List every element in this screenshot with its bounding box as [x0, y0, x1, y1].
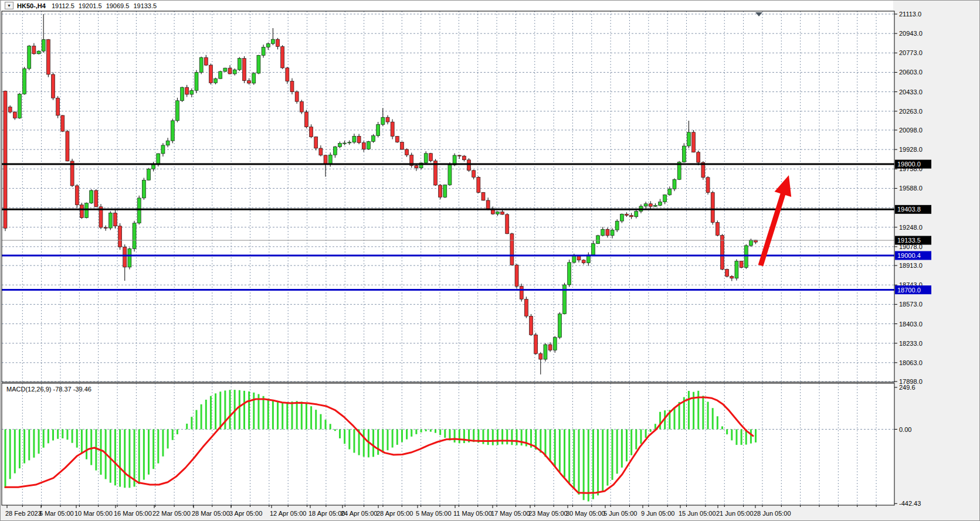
- macd-histogram-bar: [62, 430, 63, 438]
- candle-body: [357, 136, 361, 142]
- macd-histogram-bar: [286, 403, 288, 430]
- date-tick-label: 5 Jun 05:00: [603, 510, 637, 517]
- resistance-19403-label: 19403.8: [897, 206, 921, 213]
- candle-body: [591, 244, 595, 255]
- macd-histogram-bar: [253, 393, 255, 430]
- candle-body: [266, 43, 270, 47]
- candle-body: [682, 146, 686, 162]
- candle-body: [42, 39, 45, 51]
- candle-body: [8, 107, 12, 113]
- candle-body: [467, 160, 471, 171]
- collapse-chart-button[interactable]: ▼: [5, 2, 13, 9]
- macd-histogram-bar: [152, 430, 154, 469]
- macd-histogram-bar: [134, 430, 135, 487]
- candle-body: [152, 165, 155, 169]
- candle-body: [219, 71, 222, 79]
- macd-histogram-bar: [731, 430, 733, 441]
- macd-histogram-bar: [564, 430, 565, 478]
- macd-histogram-bar: [674, 407, 676, 429]
- candle-body: [429, 154, 432, 161]
- macd-histogram-bar: [415, 430, 417, 434]
- date-tick-label: 15 Jun 05:00: [679, 510, 716, 517]
- macd-histogram-bar: [81, 430, 83, 454]
- candle-body: [113, 213, 117, 226]
- collapse-icon: ▼: [7, 4, 11, 8]
- macd-histogram-bar: [750, 430, 752, 444]
- macd-histogram-bar: [267, 399, 269, 429]
- candle-body: [181, 87, 184, 101]
- macd-histogram-bar: [578, 430, 580, 495]
- candle-body: [687, 132, 690, 146]
- macd-histogram-bar: [196, 410, 198, 430]
- candle-body: [223, 68, 227, 71]
- macd-histogram-bar: [425, 430, 427, 431]
- candle-body: [462, 156, 466, 160]
- candle-body: [324, 155, 327, 164]
- macd-histogram-bar: [114, 430, 116, 486]
- candle-body: [343, 143, 347, 144]
- price-tick-label: 18063.0: [899, 359, 923, 366]
- candle-body: [209, 65, 212, 83]
- macd-histogram-bar: [310, 406, 312, 429]
- macd-histogram-bar: [148, 430, 150, 475]
- candle-body: [539, 353, 542, 359]
- candle-body: [238, 59, 241, 70]
- candle-body: [338, 143, 342, 147]
- candle-body: [735, 261, 738, 278]
- macd-histogram-bar: [325, 420, 327, 429]
- macd-histogram-bar: [487, 430, 489, 445]
- macd-histogram-bar: [162, 430, 164, 457]
- macd-tick-label: 0.00: [899, 426, 911, 433]
- trading-chart-canvas[interactable]: 21113.020943.020773.020603.020433.020263…: [1, 1, 980, 521]
- candle-body: [286, 68, 289, 81]
- macd-histogram-bar: [573, 430, 575, 489]
- candle-body: [108, 213, 112, 228]
- macd-histogram-bar: [387, 430, 389, 451]
- support-18700-label: 18700.0: [897, 287, 921, 294]
- macd-histogram-bar: [516, 430, 518, 445]
- macd-histogram-bar: [353, 430, 355, 453]
- macd-histogram-bar: [712, 408, 714, 429]
- macd-histogram-bar: [435, 430, 436, 433]
- candle-body: [300, 101, 303, 112]
- macd-histogram-bar: [540, 430, 541, 453]
- candle-body: [142, 180, 145, 198]
- candle-body: [32, 46, 36, 54]
- candle-body: [328, 155, 332, 164]
- candle-body: [348, 142, 351, 143]
- candle-body: [175, 101, 179, 121]
- macd-histogram-bar: [550, 430, 551, 462]
- candle-body: [653, 205, 657, 206]
- candle-body: [663, 195, 667, 202]
- macd-histogram-bar: [659, 412, 661, 430]
- price-tick-label: 19928.0: [899, 146, 923, 153]
- candle-body: [4, 91, 7, 228]
- price-tick-label: 20433.0: [899, 88, 923, 96]
- candle-body: [252, 73, 256, 83]
- macd-panel-bg: [2, 383, 894, 505]
- macd-histogram-bar: [521, 430, 523, 446]
- macd-histogram-bar: [497, 430, 499, 445]
- candle-body: [501, 212, 504, 214]
- macd-histogram-bar: [110, 430, 111, 483]
- macd-histogram-bar: [377, 430, 379, 455]
- candle-body: [668, 189, 672, 195]
- macd-histogram-bar: [334, 430, 336, 431]
- candle-body: [439, 185, 442, 197]
- macd-histogram-bar: [492, 430, 494, 445]
- macd-histogram-bar: [38, 430, 40, 454]
- candle-body: [534, 335, 538, 353]
- macd-histogram-bar: [263, 396, 265, 430]
- macd-histogram-bar: [421, 430, 422, 433]
- candle-body: [706, 178, 710, 193]
- macd-histogram-bar: [90, 430, 92, 465]
- macd-histogram-bar: [28, 430, 30, 461]
- macd-histogram-bar: [48, 430, 49, 444]
- ohlc-readout: 19112.519201.519069.519133.5: [52, 2, 161, 9]
- candle-body: [118, 226, 122, 247]
- candle-body: [171, 121, 174, 141]
- macd-histogram-bar: [23, 430, 25, 464]
- macd-histogram-bar: [33, 430, 35, 458]
- macd-histogram-bar: [511, 430, 513, 445]
- price-tick-label: 18913.0: [899, 262, 923, 269]
